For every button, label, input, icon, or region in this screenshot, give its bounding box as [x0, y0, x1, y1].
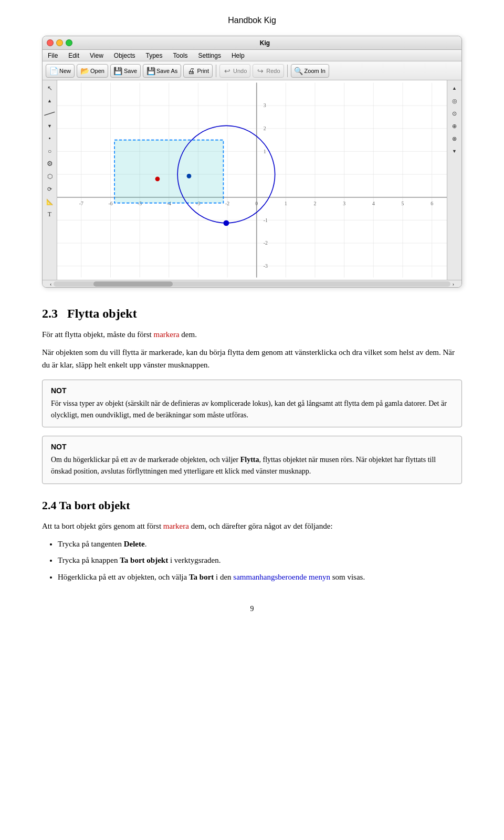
saveas-label: Save As: [156, 68, 177, 74]
tool-chevron-up[interactable]: ▲: [44, 95, 56, 107]
bullet1-before: Trycka på tangenten: [58, 540, 124, 548]
svg-text:-2: -2: [264, 240, 268, 246]
right-tool-dot[interactable]: ⊕: [449, 120, 460, 132]
left-toolbar: ↖ ▲ ╱ ▼ • ○ ⚙ ⬡ ⟳ 📐 T: [43, 80, 57, 280]
para1-before: För att flytta objekt, måste du först: [42, 330, 153, 339]
right-tool-chevron-down[interactable]: ▼: [449, 145, 460, 157]
note2-text: Om du högerklickar på ett av de markerad…: [51, 454, 453, 477]
right-tool-circle2[interactable]: ⊙: [449, 108, 460, 119]
minimize-button[interactable]: [56, 39, 63, 46]
tool-polygon[interactable]: ⬡: [44, 171, 56, 182]
bullet3-end: som visas.: [330, 573, 365, 581]
menu-edit[interactable]: Edit: [66, 52, 81, 59]
tool-chevron-down2[interactable]: ▼: [44, 120, 56, 132]
scrollbar-bottom[interactable]: ‹ ›: [43, 280, 461, 287]
list-item-3: Högerklicka på ett av objekten, och välj…: [58, 571, 462, 584]
print-button[interactable]: 🖨 Print: [183, 64, 213, 78]
para1-rest: dem.: [180, 330, 197, 339]
note-box-1: NOT För vissa typer av objekt (särskilt …: [42, 380, 462, 427]
svg-text:3: 3: [264, 102, 266, 108]
list-item-2: Trycka på knappen Ta bort objekt i verkt…: [58, 554, 462, 568]
bullet2-bold: Ta bort objekt: [120, 556, 168, 564]
section-2-3-number: 2.3: [42, 307, 58, 320]
svg-text:0: 0: [255, 201, 258, 206]
open-icon: 📂: [80, 67, 89, 75]
close-button[interactable]: [47, 39, 54, 46]
bullet2-after: i verktygsraden.: [168, 556, 220, 564]
bullet3-bold: Ta bort: [189, 573, 214, 581]
bullet2-before: Trycka på knappen: [58, 556, 120, 564]
para1-highlight: markera: [153, 330, 179, 339]
tool-arrow[interactable]: ↖: [44, 82, 56, 94]
svg-text:6: 6: [430, 201, 433, 206]
redo-button[interactable]: ↪ Redo: [253, 64, 284, 78]
svg-rect-43: [114, 140, 223, 203]
svg-text:1: 1: [285, 201, 287, 206]
svg-text:1: 1: [264, 149, 266, 154]
redo-icon: ↪: [256, 67, 265, 75]
svg-text:-1: -1: [264, 217, 268, 223]
tool-line[interactable]: ╱: [42, 105, 58, 121]
svg-text:2: 2: [314, 201, 317, 206]
tool-transform[interactable]: ⟳: [44, 183, 56, 195]
menu-types[interactable]: Types: [144, 52, 165, 59]
para-2-4-before: Att ta bort objekt görs genom att först: [42, 522, 163, 530]
tool-gear[interactable]: ⚙: [44, 158, 56, 170]
svg-text:5: 5: [402, 201, 404, 206]
maximize-button[interactable]: [66, 39, 72, 46]
undo-icon: ↩: [223, 67, 232, 75]
bullet1-bold: Delete: [124, 540, 145, 548]
redo-label: Redo: [266, 68, 280, 74]
saveas-button[interactable]: 💾 Save As: [143, 64, 181, 78]
window-controls: [47, 39, 72, 46]
menu-view[interactable]: View: [88, 52, 106, 59]
para-2-4-after: dem, och därefter göra något av det följ…: [189, 522, 333, 530]
bullet3-before: Högerklicka på ett av objekten, och välj…: [58, 573, 189, 581]
svg-text:3: 3: [343, 201, 345, 206]
scrollbar-track[interactable]: [54, 281, 450, 287]
zoomin-label: Zoom In: [304, 68, 326, 74]
tool-text[interactable]: T: [44, 208, 56, 220]
section-2-3-title: Flytta objekt: [67, 307, 137, 320]
tool-circle[interactable]: ○: [44, 145, 56, 157]
save-button[interactable]: 💾 Save: [110, 64, 141, 78]
svg-text:-7: -7: [79, 201, 83, 206]
window-title: Kig: [72, 39, 457, 47]
svg-point-47: [223, 220, 229, 226]
canvas-svg: -7 -6 -5 -4 -3 -2 0 1 2 3 4 5 6 3 2 1 -1…: [57, 80, 447, 280]
separator-2: [287, 65, 288, 77]
page-number: 9: [42, 605, 462, 613]
menu-settings[interactable]: Settings: [196, 52, 223, 59]
section-2-4-heading: 2.4 Ta bort objekt: [42, 499, 462, 512]
undo-button[interactable]: ↩ Undo: [219, 64, 250, 78]
scrollbar-thumb[interactable]: [93, 281, 173, 287]
right-tool-circle1[interactable]: ◎: [449, 95, 460, 107]
tool-point[interactable]: •: [44, 133, 56, 144]
bullet1-after: .: [145, 540, 147, 548]
right-toolbar: ▲ ◎ ⊙ ⊕ ⊗ ▼: [447, 80, 461, 280]
section-2-3-para1: För att flytta objekt, måste du först ma…: [42, 328, 462, 341]
svg-point-46: [187, 174, 192, 178]
note1-text: För vissa typer av objekt (särskilt när …: [51, 398, 453, 421]
section-2-3-para2: När objekten som du vill flytta är marke…: [42, 346, 462, 371]
new-label: New: [59, 68, 71, 74]
note1-label: NOT: [51, 386, 453, 395]
section-2-4-number: 2.4: [42, 499, 57, 512]
open-button[interactable]: 📂 Open: [77, 64, 108, 78]
menu-help[interactable]: Help: [229, 52, 247, 59]
new-button[interactable]: 📄 New: [46, 64, 75, 78]
menubar: File Edit View Objects Types Tools Setti…: [43, 50, 461, 61]
right-tool-line2[interactable]: ⊗: [449, 133, 460, 144]
separator-1: [216, 65, 216, 77]
screenshot-window: Kig File Edit View Objects Types Tools S…: [42, 36, 462, 288]
right-tool-up[interactable]: ▲: [449, 82, 460, 94]
menu-objects[interactable]: Objects: [112, 52, 138, 59]
open-label: Open: [90, 68, 104, 74]
menu-file[interactable]: File: [46, 52, 60, 59]
tool-measure[interactable]: 📐: [44, 196, 56, 207]
save-label: Save: [124, 68, 137, 74]
svg-text:-2: -2: [225, 201, 229, 206]
menu-tools[interactable]: Tools: [171, 52, 190, 59]
canvas-main[interactable]: -7 -6 -5 -4 -3 -2 0 1 2 3 4 5 6 3 2 1 -1…: [57, 80, 447, 280]
zoomin-button[interactable]: 🔍 Zoom In: [291, 64, 329, 78]
